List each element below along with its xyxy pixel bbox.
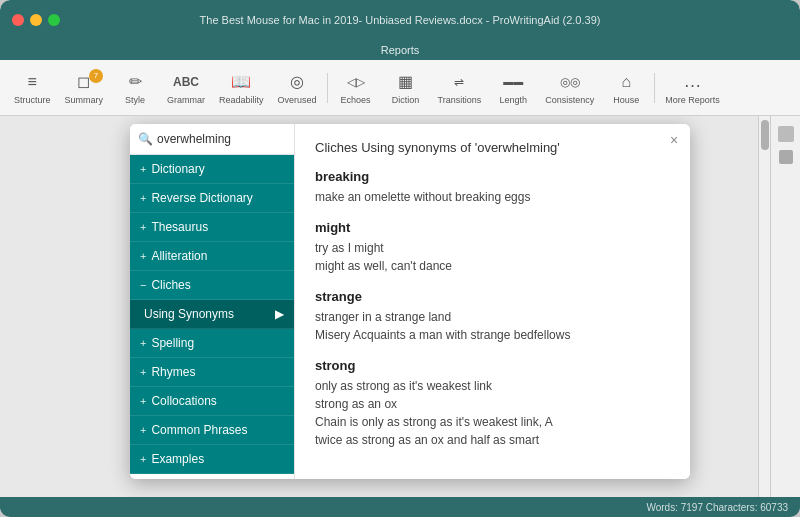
toolbar-sep-2 [654,73,655,103]
toolbar-item-consistency[interactable]: ◎◎ Consistency [539,67,600,109]
menu-item-rhymes[interactable]: + Rhymes [130,358,294,387]
plus-icon-thesaurus: + [140,221,146,233]
toolbar: ≡ Structure 7 ◻ Summary ✏ Style ABC Gram… [0,60,800,116]
house-icon: ⌂ [615,71,637,93]
toolbar-item-grammar[interactable]: ABC Grammar [161,67,211,109]
plus-icon-rhymes: + [140,366,146,378]
dictionary-panel: 🔍 ⌫ + Dictionary + Reverse Dictionary + [130,124,690,479]
cliche-phrase-strange-0: stranger in a strange land [315,308,670,326]
cliche-phrase-might-0: try as I might [315,239,670,257]
menu-item-dictionary[interactable]: + Dictionary [130,155,294,184]
toolbar-label-more: More Reports [665,95,720,105]
menu-label-collocations: Collocations [151,394,216,408]
toolbar-item-more[interactable]: … More Reports [659,67,726,109]
length-icon: ▬▬ [502,71,524,93]
cliche-phrase-strong-3: twice as strong as an ox and half as sma… [315,431,670,449]
menu-label-rhymes: Rhymes [151,365,195,379]
search-icon: 🔍 [138,132,153,146]
menu-item-alliteration[interactable]: + Alliteration [130,242,294,271]
chevron-right-icon: ▶ [275,307,284,321]
content-title: Cliches Using synonyms of 'overwhelming' [315,140,670,155]
plus-icon-reverse: + [140,192,146,204]
toolbar-label-house: House [613,95,639,105]
panel-content: × Cliches Using synonyms of 'overwhelmin… [295,124,690,479]
close-button[interactable] [12,14,24,26]
cliche-phrase-strong-1: strong as an ox [315,395,670,413]
more-icon: … [682,71,704,93]
status-text: Words: 7197 Characters: 60733 [646,502,788,513]
toolbar-label-transitions: Transitions [438,95,482,105]
cliche-section-strange: strange stranger in a strange land Miser… [315,289,670,344]
cliche-phrase-might-1: might as well, can't dance [315,257,670,275]
summary-badge: 7 [89,69,103,83]
cliche-phrase-strong-0: only as strong as it's weakest link [315,377,670,395]
toolbar-item-transitions[interactable]: ⇌ Transitions [432,67,488,109]
transitions-icon: ⇌ [448,71,470,93]
cliche-section-might: might try as I might might as well, can'… [315,220,670,275]
toolbar-label-echoes: Echoes [341,95,371,105]
menu-item-thesaurus[interactable]: + Thesaurus [130,213,294,242]
menu-label-alliteration: Alliteration [151,249,207,263]
plus-icon-alliteration: + [140,250,146,262]
toolbar-item-overused[interactable]: ◎ Overused [272,67,323,109]
toolbar-label-readability: Readability [219,95,264,105]
menu-item-common-phrases[interactable]: + Common Phrases [130,416,294,445]
toolbar-label-structure: Structure [14,95,51,105]
toolbar-item-readability[interactable]: 📖 Readability [213,67,270,109]
reports-label: Reports [381,44,420,56]
diction-icon: ▦ [395,71,417,93]
style-icon: ✏ [124,71,146,93]
cliche-word-strange: strange [315,289,670,304]
cliche-word-might: might [315,220,670,235]
menu-item-examples[interactable]: + Examples [130,445,294,474]
plus-icon-dictionary: + [140,163,146,175]
toolbar-label-consistency: Consistency [545,95,594,105]
menu-item-reverse-dictionary[interactable]: + Reverse Dictionary [130,184,294,213]
toolbar-item-style[interactable]: ✏ Style [111,67,159,109]
menu-label-examples: Examples [151,452,204,466]
overused-icon: ◎ [286,71,308,93]
toolbar-item-length[interactable]: ▬▬ Length [489,67,537,109]
toolbar-label-style: Style [125,95,145,105]
readability-icon: 📖 [230,71,252,93]
toolbar-label-overused: Overused [278,95,317,105]
menu-item-cliches[interactable]: − Cliches [130,271,294,300]
toolbar-label-diction: Diction [392,95,420,105]
plus-icon-spelling: + [140,337,146,349]
status-bar: Words: 7197 Characters: 60733 [0,497,800,517]
maximize-button[interactable] [48,14,60,26]
search-input[interactable] [157,132,307,146]
menu-label-thesaurus: Thesaurus [151,220,208,234]
cliche-word-breaking: breaking [315,169,670,184]
toolbar-item-diction[interactable]: ▦ Diction [382,67,430,109]
title-bar: The Best Mouse for Mac in 2019- Unbiased… [0,0,800,40]
panel-overlay: 🔍 ⌫ + Dictionary + Reverse Dictionary + [0,116,800,497]
toolbar-label-grammar: Grammar [167,95,205,105]
traffic-lights [0,14,60,26]
cliche-phrase-strange-1: Misery Acquaints a man with strange bedf… [315,326,670,344]
grammar-icon: ABC [175,71,197,93]
menu-label-reverse: Reverse Dictionary [151,191,252,205]
menu-label-dictionary: Dictionary [151,162,204,176]
toolbar-item-house[interactable]: ⌂ House [602,67,650,109]
panel-sidebar: 🔍 ⌫ + Dictionary + Reverse Dictionary + [130,124,295,479]
reports-bar: Reports [0,40,800,60]
minimize-button[interactable] [30,14,42,26]
main-area: 🔍 ⌫ + Dictionary + Reverse Dictionary + [0,116,800,497]
minus-icon-cliches: − [140,279,146,291]
consistency-icon: ◎◎ [559,71,581,93]
structure-icon: ≡ [21,71,43,93]
menu-item-spelling[interactable]: + Spelling [130,329,294,358]
panel-close-button[interactable]: × [666,132,682,148]
app-window: The Best Mouse for Mac in 2019- Unbiased… [0,0,800,517]
menu-item-using-synonyms[interactable]: Using Synonyms ▶ [130,300,294,329]
plus-icon-examples: + [140,453,146,465]
toolbar-item-summary[interactable]: 7 ◻ Summary [59,67,110,109]
cliche-phrase-breaking-0: make an omelette without breaking eggs [315,188,670,206]
cliche-word-strong: strong [315,358,670,373]
cliche-section-breaking: breaking make an omelette without breaki… [315,169,670,206]
menu-item-collocations[interactable]: + Collocations [130,387,294,416]
toolbar-item-echoes[interactable]: ◁▷ Echoes [332,67,380,109]
toolbar-item-structure[interactable]: ≡ Structure [8,67,57,109]
cliche-section-strong: strong only as strong as it's weakest li… [315,358,670,449]
